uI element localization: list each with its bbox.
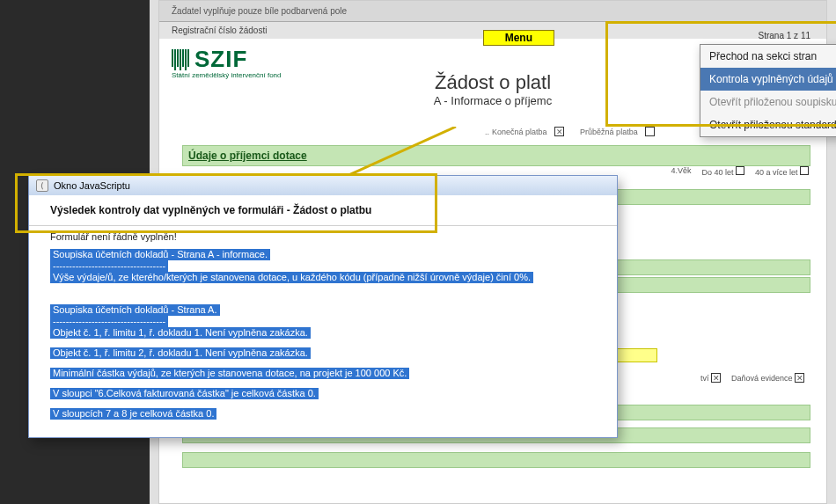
menu-dropdown: Přechod na sekci stran ▶ Kontrola vyplně… bbox=[700, 44, 836, 137]
menu-open-standard-production[interactable]: Otevřít přiloženou standardní produkci bbox=[700, 113, 836, 136]
dialog-subheading: Formulář není řádně vyplněn! bbox=[29, 226, 617, 245]
error-line: Minimální částka výdajů, ze kterých je s… bbox=[50, 368, 409, 379]
error-line: ----------------------------------- bbox=[50, 260, 168, 272]
validation-dialog: ⟨ Okno JavaScriptu Výsledek kontroly dat… bbox=[28, 175, 618, 438]
check-tax-evidence[interactable]: Daňová evidence ✕ bbox=[731, 373, 804, 383]
error-line: Objekt č. 1, ř. limitu 2, ř. dokladu 1. … bbox=[50, 347, 311, 359]
menu-goto-section[interactable]: Přechod na sekci stran ▶ bbox=[700, 45, 836, 68]
age-over40-checkbox[interactable]: 40 a více let bbox=[755, 166, 809, 177]
accounting-checks: tví ✕ Daňová evidence ✕ bbox=[700, 373, 804, 383]
age-under40-checkbox[interactable]: Do 40 let bbox=[701, 166, 744, 177]
szif-logo-text: SZIF bbox=[194, 46, 247, 73]
final-payment-checkbox[interactable]: ..Konečná platba ✕ bbox=[485, 127, 564, 136]
payment-type-row: ..Konečná platba ✕ Průběžná platba bbox=[485, 127, 655, 136]
szif-logo-bars bbox=[172, 49, 189, 70]
menu-open-attached-list[interactable]: Otevřít přiloženou soupisku bbox=[700, 91, 836, 113]
error-line: ----------------------------------- bbox=[50, 316, 168, 327]
error-line: Soupiska účetních dokladů - Strana A. bbox=[50, 304, 220, 316]
section-header-recipient: Údaje o příjemci dotace bbox=[182, 145, 810, 166]
age-row: 4.Věk Do 40 let 40 a více let bbox=[634, 166, 809, 177]
error-line: Objekt č. 1, ř. limitu 1, ř. dokladu 1. … bbox=[50, 327, 311, 339]
error-list: Soupiska účetních dokladů - Strana A - i… bbox=[29, 245, 617, 437]
instruction-text: Žadatel vyplňuje pouze bíle podbarvená p… bbox=[172, 6, 347, 16]
check-1[interactable]: tví ✕ bbox=[700, 373, 721, 383]
back-icon[interactable]: ⟨ bbox=[36, 179, 48, 192]
form-top-note: Žadatel vyplňuje pouze bíle podbarvená p… bbox=[159, 1, 826, 22]
menu-button[interactable]: Menu bbox=[483, 30, 554, 46]
error-line: Výše výdaje/ů, ze kterého/kterých je sta… bbox=[50, 272, 533, 283]
dialog-titlebar: ⟨ Okno JavaScriptu bbox=[29, 176, 617, 195]
error-line: Soupiska účetních dokladů - Strana A - i… bbox=[50, 249, 270, 260]
dialog-heading: Výsledek kontroly dat vyplněných ve form… bbox=[29, 195, 617, 226]
error-line: V sloupci "6.Celková fakturovaná částka"… bbox=[50, 388, 319, 399]
menu-validate-data[interactable]: Kontrola vyplněných údajů bbox=[700, 68, 836, 91]
green-strip bbox=[182, 452, 810, 468]
dialog-title-text: Okno JavaScriptu bbox=[54, 180, 130, 191]
page-number: Strana 1 z 11 bbox=[759, 31, 810, 40]
interim-payment-checkbox[interactable]: Průběžná platba bbox=[580, 127, 655, 136]
error-line: V sloupcích 7 a 8 je celková částka 0. bbox=[50, 408, 216, 420]
